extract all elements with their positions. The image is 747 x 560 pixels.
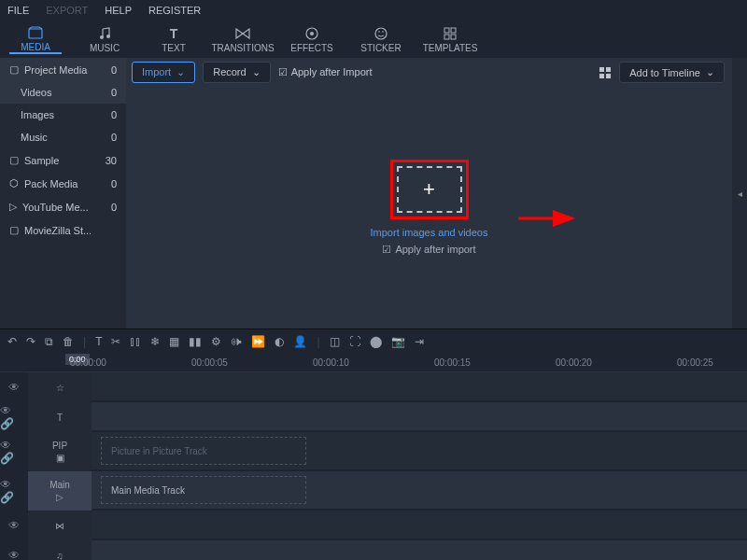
play-icon: ▷ <box>56 492 63 502</box>
svg-point-6 <box>378 31 380 33</box>
sidebar-item-project-media[interactable]: ▢Project Media 0 <box>0 58 126 81</box>
crop-icon[interactable]: ◫ <box>330 335 340 348</box>
record-button[interactable]: Record⌄ <box>203 62 270 83</box>
record-icon[interactable]: ⬤ <box>370 335 382 348</box>
freeze-icon[interactable]: ❄ <box>150 335 160 348</box>
volume-icon[interactable]: 🕪 <box>231 335 242 348</box>
svg-rect-14 <box>599 74 604 78</box>
transitions-icon <box>235 26 250 41</box>
apply-after-import-toggle[interactable]: ☑ Apply after Import <box>278 66 373 78</box>
tab-transitions[interactable]: TRANSITIONS <box>217 26 269 53</box>
sidebar-item-sample[interactable]: ▢Sample 30 <box>0 148 126 172</box>
sidebar-item-moviezilla[interactable]: ▢MovieZilla St... <box>0 218 126 242</box>
count: 0 <box>111 109 117 120</box>
track-labels-col: ☆ T PIP▣ Main▷ ⋈ ♫ <box>28 372 92 560</box>
settings-icon[interactable]: ⚙ <box>211 335 221 348</box>
track-label-star[interactable]: ☆ <box>28 372 92 402</box>
delete-icon[interactable]: 🗑 <box>63 335 74 348</box>
copy-icon[interactable]: ⧉ <box>45 335 53 348</box>
speed-icon[interactable]: ⏩ <box>251 335 265 348</box>
arrow-annotation <box>518 207 584 230</box>
track-eye[interactable]: 👁 <box>0 372 28 402</box>
media-icon <box>28 25 43 40</box>
track-label-text[interactable]: T <box>28 402 92 432</box>
tab-templates[interactable]: TEMPLATES <box>424 26 476 53</box>
timeline-tracks: 👁 👁 🔗 👁 🔗 👁 🔗 👁 👁 ☆ T PIP▣ Main▷ ⋈ ♫ Pic… <box>0 372 747 560</box>
track-link[interactable]: 👁 🔗 <box>0 432 28 471</box>
sidebar-item-music[interactable]: Music 0 <box>0 126 126 148</box>
timeline-ruler[interactable]: 0:00 00:00:00 00:00:05 00:00:10 00:00:15… <box>0 354 747 372</box>
menu-file[interactable]: FILE <box>7 5 29 16</box>
tab-effects[interactable]: EFFECTS <box>286 26 338 53</box>
menu-export[interactable]: EXPORT <box>46 5 88 16</box>
mosaic-icon[interactable]: ▦ <box>169 335 179 348</box>
track-label-pip[interactable]: PIP▣ <box>28 432 92 471</box>
color-icon[interactable]: ◐ <box>275 335 284 348</box>
add-to-timeline-button[interactable]: Add to Timeline⌄ <box>619 62 725 83</box>
main-track-placeholder[interactable]: Main Media Track <box>101 476 306 504</box>
track-row-audio[interactable] <box>92 540 747 560</box>
sidebar-item-youtube[interactable]: ▷YouTube Me... 0 <box>0 195 126 218</box>
media-sidebar: ▢Project Media 0 Videos 0 Images 0 Music… <box>0 58 126 329</box>
menu-bar: FILE EXPORT HELP REGISTER <box>0 0 747 21</box>
import-link[interactable]: Import images and videos <box>371 227 488 238</box>
grid-view-icon[interactable] <box>599 66 612 79</box>
import-button[interactable]: Import⌄ <box>132 62 195 83</box>
chevron-down-icon: ⌄ <box>252 66 261 78</box>
cut-icon[interactable]: ✂ <box>111 335 120 348</box>
pip-icon: ▣ <box>56 453 64 463</box>
checkbox-icon: ☑ <box>278 66 288 78</box>
track-eye[interactable]: 👁 <box>0 511 28 540</box>
svg-rect-0 <box>29 29 42 38</box>
redo-icon[interactable]: ↷ <box>26 335 35 348</box>
undo-icon[interactable]: ↶ <box>7 335 17 348</box>
folder-icon: ▢ <box>9 63 19 76</box>
menu-help[interactable]: HELP <box>105 5 132 16</box>
panel-collapse-handle[interactable]: ◂ <box>732 58 747 329</box>
chevron-down-icon: ⌄ <box>176 66 185 78</box>
sidebar-item-images[interactable]: Images 0 <box>0 104 126 126</box>
ruler-tick: 00:00:20 <box>556 357 592 368</box>
svg-rect-10 <box>444 35 449 39</box>
text-tool-icon[interactable]: T <box>95 335 102 348</box>
count: 0 <box>111 87 117 98</box>
tab-music[interactable]: MUSIC <box>78 26 131 53</box>
export-icon[interactable]: ⇥ <box>415 335 424 348</box>
main-row: ▢Project Media 0 Videos 0 Images 0 Music… <box>0 58 747 329</box>
track-label-main[interactable]: Main▷ <box>28 471 92 511</box>
split-icon[interactable]: ⫿⫿ <box>130 335 141 348</box>
camera-icon[interactable]: 📷 <box>391 335 405 348</box>
zoom-icon[interactable]: ⛶ <box>349 335 360 348</box>
tab-label: EFFECTS <box>290 43 333 53</box>
tab-text[interactable]: T TEXT <box>148 26 200 53</box>
track-label-transition[interactable]: ⋈ <box>28 511 92 540</box>
track-label-audio[interactable]: ♫ <box>28 540 92 560</box>
count: 0 <box>111 132 117 143</box>
sidebar-item-pack-media[interactable]: ⬡Pack Media 0 <box>0 172 126 195</box>
sidebar-item-videos[interactable]: Videos 0 <box>0 81 126 104</box>
svg-rect-15 <box>606 74 611 78</box>
person-icon[interactable]: 👤 <box>293 335 307 348</box>
tab-sticker[interactable]: STICKER <box>355 26 407 53</box>
chevron-down-icon: ⌄ <box>706 66 714 78</box>
ruler-tick: 00:00:00 <box>70 357 106 368</box>
bars-icon[interactable]: ▮▮ <box>189 335 202 348</box>
track-row-text[interactable] <box>92 402 747 432</box>
apply-after-import-label[interactable]: ☑ Apply after import <box>382 244 475 256</box>
svg-rect-11 <box>451 35 456 39</box>
track-row-effects[interactable] <box>92 372 747 402</box>
package-icon: ⬡ <box>9 177 19 189</box>
menu-register[interactable]: REGISTER <box>148 5 201 16</box>
track-eye[interactable]: 👁 <box>0 540 28 560</box>
svg-rect-12 <box>599 67 604 72</box>
track-link[interactable]: 👁 🔗 <box>0 402 28 432</box>
track-row-transition[interactable] <box>92 511 747 540</box>
track-link[interactable]: 👁 🔗 <box>0 471 28 511</box>
svg-rect-13 <box>606 67 611 72</box>
count: 30 <box>106 155 117 166</box>
tab-media[interactable]: MEDIA <box>9 25 62 54</box>
import-add-button[interactable]: + <box>397 166 462 213</box>
track-row-pip[interactable]: Picture in Picture Track <box>92 432 747 471</box>
track-row-main[interactable]: Main Media Track <box>92 471 747 511</box>
pip-track-placeholder[interactable]: Picture in Picture Track <box>101 437 306 465</box>
